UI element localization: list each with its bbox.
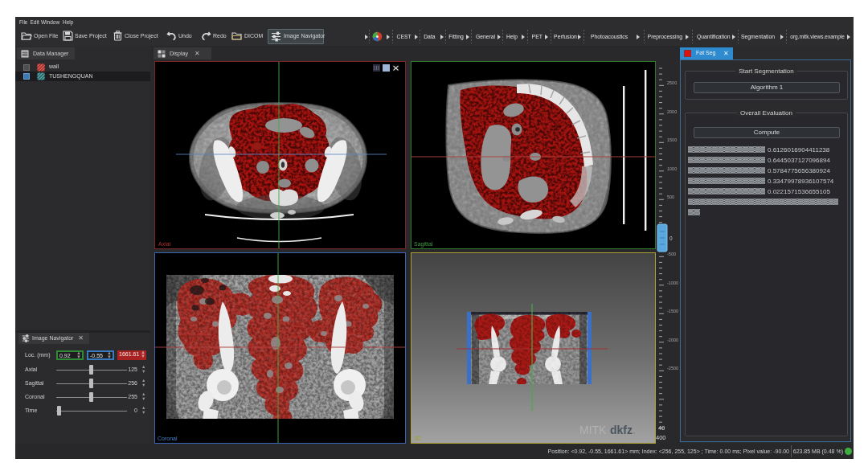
- svg-text:1000: 1000: [667, 166, 677, 171]
- svg-text:Coronal: Coronal: [158, 436, 178, 441]
- svg-text:-500: -500: [667, 252, 676, 256]
- svg-text:-2500: -2500: [667, 366, 678, 371]
- svg-text:Axial: Axial: [158, 241, 171, 247]
- svg-text:dkfz.: dkfz.: [610, 424, 636, 436]
- svg-text:2000: 2000: [667, 109, 677, 114]
- svg-text:500: 500: [667, 195, 674, 199]
- svg-text:MITK: MITK: [579, 424, 607, 436]
- svg-text:Sagittal: Sagittal: [414, 241, 433, 248]
- svg-text:0: 0: [669, 235, 673, 241]
- svg-text:-1000: -1000: [667, 280, 678, 285]
- svg-text:1500: 1500: [667, 137, 677, 142]
- svg-text:400: 400: [656, 434, 666, 441]
- svg-text:-2000: -2000: [667, 338, 678, 342]
- svg-text:-1500: -1500: [667, 309, 678, 313]
- svg-text:2500: 2500: [667, 80, 677, 85]
- svg-text:3D: 3D: [414, 436, 421, 441]
- svg-text:40: 40: [658, 424, 665, 432]
